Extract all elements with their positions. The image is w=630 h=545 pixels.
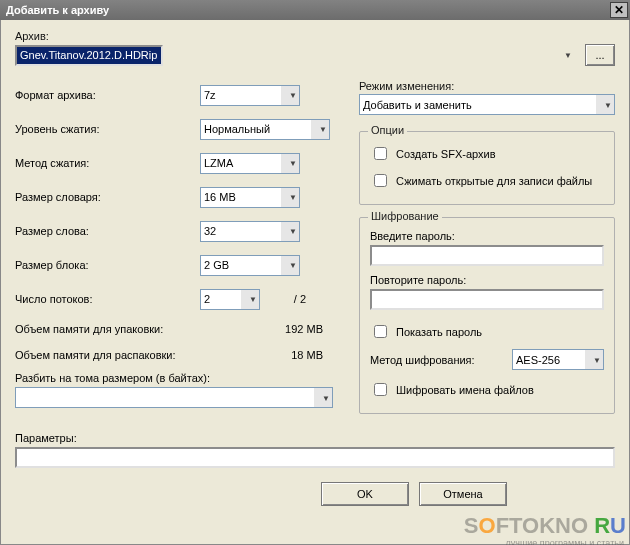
block-label: Размер блока: — [15, 259, 200, 271]
mode-select[interactable]: Добавить и заменить — [359, 94, 615, 115]
left-column: Формат архива: 7z Уровень сжатия: Нормал… — [15, 78, 333, 426]
dialog-body: Архив: ... Формат архива: 7z Уровень сжа… — [0, 20, 630, 545]
encryption-group: Шифрование Введите пароль: Повторите пар… — [359, 217, 615, 414]
mem-unpack-value: 18 MB — [240, 349, 333, 361]
method-label: Метод сжатия: — [15, 157, 200, 169]
archive-label: Архив: — [15, 28, 615, 44]
show-password-checkbox[interactable] — [374, 325, 387, 338]
show-password-label: Показать пароль — [396, 326, 482, 338]
level-select[interactable]: Нормальный — [200, 119, 330, 140]
mem-pack-label: Объем памяти для упаковки: — [15, 323, 240, 335]
threads-select[interactable]: 2 — [200, 289, 260, 310]
open-label: Сжимать открытые для записи файлы — [396, 175, 592, 187]
mode-label: Режим изменения: — [359, 78, 615, 94]
window-title: Добавить к архиву — [6, 4, 610, 16]
password-label: Введите пароль: — [370, 230, 604, 242]
cancel-button[interactable]: Отмена — [419, 482, 507, 506]
sfx-checkbox[interactable] — [374, 147, 387, 160]
options-legend: Опции — [368, 124, 407, 136]
right-column: Режим изменения: Добавить и заменить Опц… — [359, 78, 615, 426]
split-label: Разбить на тома размером (в байтах): — [15, 372, 333, 384]
password2-label: Повторите пароль: — [370, 274, 604, 286]
mem-unpack-label: Объем памяти для распаковки: — [15, 349, 240, 361]
options-group: Опции Создать SFX-архив Сжимать открытые… — [359, 131, 615, 205]
method-select[interactable]: LZMA — [200, 153, 300, 174]
word-select[interactable]: 32 — [200, 221, 300, 242]
params-label: Параметры: — [15, 432, 615, 444]
block-select[interactable]: 2 GB — [200, 255, 300, 276]
enc-method-select[interactable]: AES-256 — [512, 349, 604, 370]
enc-method-label: Метод шифрования: — [370, 354, 512, 366]
archive-select-wrap — [15, 45, 575, 66]
ok-button[interactable]: OK — [321, 482, 409, 506]
split-select[interactable] — [15, 387, 333, 408]
enc-names-label: Шифровать имена файлов — [396, 384, 534, 396]
close-icon[interactable]: ✕ — [610, 2, 628, 18]
mem-pack-value: 192 MB — [240, 323, 333, 335]
password2-input[interactable] — [370, 289, 604, 310]
format-label: Формат архива: — [15, 89, 200, 101]
dict-label: Размер словаря: — [15, 191, 200, 203]
open-checkbox[interactable] — [374, 174, 387, 187]
browse-button[interactable]: ... — [585, 44, 615, 66]
encryption-legend: Шифрование — [368, 210, 442, 222]
enc-names-checkbox[interactable] — [374, 383, 387, 396]
sfx-label: Создать SFX-архив — [396, 148, 496, 160]
threads-label: Число потоков: — [15, 293, 200, 305]
word-label: Размер слова: — [15, 225, 200, 237]
dict-select[interactable]: 16 MB — [200, 187, 300, 208]
archive-input[interactable] — [15, 45, 163, 66]
threads-max: / 2 — [260, 293, 306, 305]
params-input[interactable] — [15, 447, 615, 468]
title-bar: Добавить к архиву ✕ — [0, 0, 630, 20]
level-label: Уровень сжатия: — [15, 123, 200, 135]
password-input[interactable] — [370, 245, 604, 266]
format-select[interactable]: 7z — [200, 85, 300, 106]
